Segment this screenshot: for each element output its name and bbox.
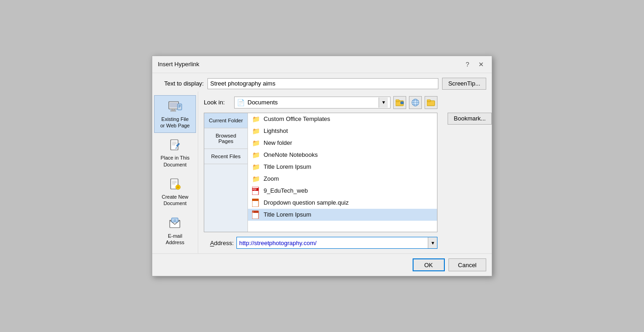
browse-web-btn[interactable] xyxy=(409,96,422,109)
folder-icon: 📁 xyxy=(252,163,260,171)
file-name: Lightshot xyxy=(264,127,288,134)
recent-files-tab[interactable]: Recent Files xyxy=(204,149,247,164)
file-item-custom-office-templates[interactable]: 📁 Custom Office Templates xyxy=(248,113,437,125)
file-item-onenote-notebooks[interactable]: 📁 OneNote Notebooks xyxy=(248,149,437,161)
right-buttons: ScreenTip... Bookmark... xyxy=(443,92,492,253)
recent-files-btn[interactable] xyxy=(425,96,437,109)
svg-rect-26 xyxy=(401,102,403,104)
cancel-button[interactable]: Cancel xyxy=(448,258,486,271)
lookin-select[interactable]: 📄 Documents ▼ xyxy=(234,97,391,109)
help-button[interactable]: ? xyxy=(463,60,472,69)
dialog-body: Existing Fileor Web Page Place in ThisDo… xyxy=(152,92,492,253)
dialog-title-area: Insert Hyperlink xyxy=(158,61,199,68)
file-item-edtech-web[interactable]: PDF 9_EduTech_web xyxy=(248,185,437,197)
folder-icon: 📁 xyxy=(252,115,260,123)
file-list: 📁 Custom Office Templates 📁 Lightshot 📁 … xyxy=(248,113,437,232)
screentip-button[interactable]: ScreenTip... xyxy=(442,78,486,90)
existing-file-icon xyxy=(168,99,183,114)
folder-icon: 📁 xyxy=(252,127,260,135)
email-icon: @ xyxy=(168,216,183,231)
file-item-dropdown-quiz[interactable]: Dropdown question sample.quiz xyxy=(248,197,437,209)
svg-rect-2 xyxy=(172,109,174,110)
place-in-doc-btn[interactable]: Place in ThisDocument xyxy=(154,134,196,172)
title-bar-controls: ? ✕ xyxy=(463,60,486,69)
file-item-title-lorem-ipsum-pptx[interactable]: P Title Lorem Ipsum xyxy=(248,209,437,221)
dialog-footer: OK Cancel xyxy=(152,253,492,276)
main-content: Look in: 📄 Documents ▼ xyxy=(198,92,443,253)
browse-tabs: Current Folder Browsed Pages Recent File… xyxy=(204,113,248,232)
create-new-label: Create NewDocument xyxy=(161,194,188,207)
address-label: Address: xyxy=(204,240,234,246)
address-dropdown-btn[interactable]: ▼ xyxy=(428,237,437,248)
browsed-pages-tab[interactable]: Browsed Pages xyxy=(204,128,247,149)
file-name: Zoom xyxy=(264,175,279,182)
lookin-dropdown-arrow[interactable]: ▼ xyxy=(379,97,388,108)
close-button[interactable]: ✕ xyxy=(476,60,486,69)
text-to-display-label: Text to display: xyxy=(158,80,204,87)
place-in-doc-icon xyxy=(168,138,183,153)
file-name: Dropdown question sample.quiz xyxy=(264,199,349,206)
svg-rect-25 xyxy=(396,100,399,102)
browse-panel: Current Folder Browsed Pages Recent File… xyxy=(204,113,437,232)
email-address-btn[interactable]: @ E-mailAddress xyxy=(154,212,196,250)
text-to-display-input[interactable] xyxy=(207,78,438,89)
title-bar: Insert Hyperlink ? ✕ xyxy=(152,56,492,73)
svg-rect-3 xyxy=(171,110,176,111)
file-item-lightshot[interactable]: 📁 Lightshot xyxy=(248,125,437,137)
create-new-icon xyxy=(168,177,183,192)
file-name: Title Lorem Ipsum xyxy=(264,211,311,218)
file-name: 9_EduTech_web xyxy=(264,187,308,194)
address-row: Address: ▼ xyxy=(204,237,437,249)
svg-rect-1 xyxy=(170,103,178,108)
svg-text:@: @ xyxy=(173,219,176,222)
folder-icon: 📁 xyxy=(252,175,260,183)
address-input-wrap: ▼ xyxy=(236,237,437,249)
insert-hyperlink-dialog: Insert Hyperlink ? ✕ Text to display: Sc… xyxy=(152,56,492,276)
pdf-icon: PDF xyxy=(252,187,260,195)
file-name: Custom Office Templates xyxy=(264,115,330,122)
svg-rect-38 xyxy=(252,199,259,201)
folder-icon: 📁 xyxy=(252,139,260,147)
browse-folder-btn[interactable] xyxy=(393,96,406,109)
quiz-icon xyxy=(252,199,260,207)
ok-button[interactable]: OK xyxy=(413,258,445,271)
folder-icon: 📁 xyxy=(252,151,260,159)
address-input[interactable] xyxy=(237,237,428,248)
current-folder-tab[interactable]: Current Folder xyxy=(204,113,247,128)
pptx-icon: P xyxy=(252,211,260,219)
bookmark-button[interactable]: Bookmark... xyxy=(448,113,492,125)
file-name: OneNote Notebooks xyxy=(264,151,318,158)
lookin-folder-name: Documents xyxy=(247,99,278,106)
existing-file-btn[interactable]: Existing Fileor Web Page xyxy=(154,95,196,133)
existing-file-label: Existing Fileor Web Page xyxy=(160,116,190,129)
svg-rect-33 xyxy=(427,100,431,102)
create-new-btn[interactable]: Create NewDocument xyxy=(154,173,196,211)
file-item-zoom[interactable]: 📁 Zoom xyxy=(248,173,437,185)
lookin-row: Look in: 📄 Documents ▼ xyxy=(204,96,437,109)
file-item-new-folder[interactable]: 📁 New folder xyxy=(248,137,437,149)
lookin-label: Look in: xyxy=(204,99,231,106)
dialog-title: Insert Hyperlink xyxy=(158,61,199,68)
text-display-row: Text to display: ScreenTip... xyxy=(152,73,492,92)
lookin-select-inner: 📄 Documents xyxy=(237,99,377,106)
place-in-doc-label: Place in ThisDocument xyxy=(161,155,190,168)
file-name: Title Lorem Ipsum xyxy=(264,163,311,170)
svg-text:PDF: PDF xyxy=(253,189,257,191)
sidebar: Existing Fileor Web Page Place in ThisDo… xyxy=(152,92,198,253)
email-address-label: E-mailAddress xyxy=(166,233,184,246)
file-item-title-lorem-ipsum-folder[interactable]: 📁 Title Lorem Ipsum xyxy=(248,161,437,173)
file-name: New folder xyxy=(264,139,292,146)
